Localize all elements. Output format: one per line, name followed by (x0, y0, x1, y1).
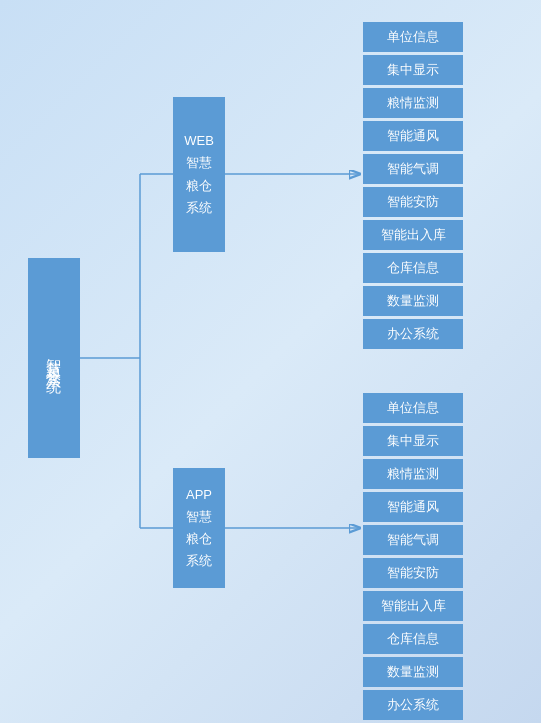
app-item-6: 智能出入库 (363, 591, 463, 621)
app-box: APP智慧粮仓系统 (173, 468, 225, 588)
app-item-2: 粮情监测 (363, 459, 463, 489)
web-item-9: 办公系统 (363, 319, 463, 349)
main-box-label: 智慧粮仓系统 (42, 346, 66, 370)
web-item-7: 仓库信息 (363, 253, 463, 283)
web-item-1: 集中显示 (363, 55, 463, 85)
web-item-4: 智能气调 (363, 154, 463, 184)
main-box: 智慧粮仓系统 (28, 258, 80, 458)
app-box-label: APP智慧粮仓系统 (186, 484, 212, 572)
web-item-3: 智能通风 (363, 121, 463, 151)
app-item-5: 智能安防 (363, 558, 463, 588)
web-box-label: WEB智慧粮仓系统 (184, 130, 214, 218)
web-item-8: 数量监测 (363, 286, 463, 316)
app-item-7: 仓库信息 (363, 624, 463, 654)
web-item-5: 智能安防 (363, 187, 463, 217)
app-item-0: 单位信息 (363, 393, 463, 423)
web-box: WEB智慧粮仓系统 (173, 97, 225, 252)
web-item-0: 单位信息 (363, 22, 463, 52)
diagram: 智慧粮仓系统 WEB智慧粮仓系统 APP智慧粮仓系统 单位信息集中显示粮情监测智… (0, 0, 541, 723)
app-item-4: 智能气调 (363, 525, 463, 555)
app-item-9: 办公系统 (363, 690, 463, 720)
web-item-6: 智能出入库 (363, 220, 463, 250)
web-item-2: 粮情监测 (363, 88, 463, 118)
app-item-3: 智能通风 (363, 492, 463, 522)
app-item-1: 集中显示 (363, 426, 463, 456)
app-item-8: 数量监测 (363, 657, 463, 687)
